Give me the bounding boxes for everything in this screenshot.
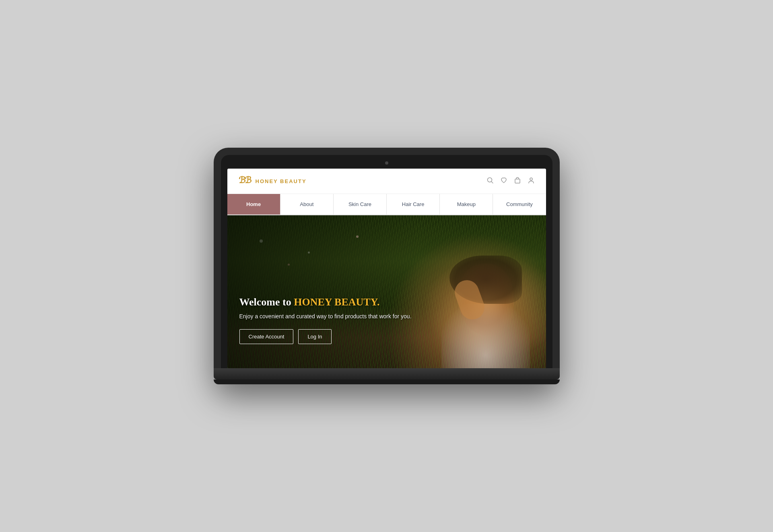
nav-home[interactable]: Home — [227, 194, 280, 214]
nav-skin-care[interactable]: Skin Care — [334, 194, 387, 214]
hero-section: Welcome to HONEY BEAUTY. Enjoy a covenie… — [227, 215, 546, 368]
site-header: ℬℬ HONEY BEAUTY — [227, 169, 546, 194]
nav-about[interactable]: About — [280, 194, 334, 214]
logo-text: HONEY BEAUTY — [256, 178, 307, 184]
laptop-frame: ℬℬ HONEY BEAUTY — [214, 148, 560, 384]
bag-icon[interactable] — [514, 177, 521, 186]
header-icons — [486, 177, 535, 186]
svg-rect-3 — [515, 179, 520, 183]
nav-hair-care[interactable]: Hair Care — [387, 194, 440, 214]
login-button[interactable]: Log In — [298, 329, 331, 344]
svg-line-2 — [491, 181, 493, 183]
logo-icon: ℬℬ — [239, 175, 252, 187]
hero-content: Welcome to HONEY BEAUTY. Enjoy a covenie… — [239, 296, 534, 344]
hero-overlay — [227, 215, 418, 368]
camera — [385, 161, 388, 165]
logo[interactable]: ℬℬ HONEY BEAUTY — [239, 175, 307, 187]
hero-subtitle: Enjoy a covenient and curated way to fin… — [239, 313, 534, 320]
browser-screen: ℬℬ HONEY BEAUTY — [227, 169, 546, 368]
screen-bezel: ℬℬ HONEY BEAUTY — [221, 155, 552, 368]
nav-community[interactable]: Community — [493, 194, 546, 214]
site-nav: Home About Skin Care Hair Care Makeup Co… — [227, 194, 546, 215]
laptop-foot — [214, 379, 560, 384]
create-account-button[interactable]: Create Account — [239, 329, 294, 344]
heart-icon[interactable] — [500, 177, 507, 186]
hero-buttons: Create Account Log In — [239, 329, 534, 344]
svg-point-4 — [530, 178, 532, 180]
svg-point-1 — [487, 177, 492, 182]
search-icon[interactable] — [486, 177, 494, 186]
user-icon[interactable] — [528, 177, 535, 186]
laptop-base — [214, 368, 560, 379]
hero-title-prefix: Welcome to — [239, 296, 294, 308]
hero-title: Welcome to HONEY BEAUTY. — [239, 296, 534, 308]
nav-makeup[interactable]: Makeup — [440, 194, 493, 214]
svg-text:ℬℬ: ℬℬ — [239, 175, 252, 185]
hero-title-brand: HONEY BEAUTY. — [294, 296, 379, 308]
